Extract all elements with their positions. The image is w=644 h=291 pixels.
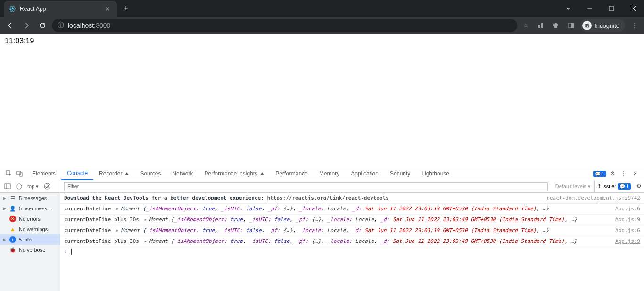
tab-title: React App: [20, 6, 103, 12]
issues-button[interactable]: 1 Issue: 💬1: [594, 180, 634, 192]
url-host: localhost: [68, 22, 94, 29]
filter-input[interactable]: [64, 182, 548, 191]
sidebar-info[interactable]: ▶i5 info: [0, 234, 60, 245]
more-icon[interactable]: ⋮: [619, 168, 629, 179]
window-controls: [557, 0, 644, 17]
console-source-link[interactable]: react-dom.development.js:29742: [543, 194, 640, 202]
console-sidebar: ▶☰5 messages ▶👤5 user mess… ✕No errors ▲…: [0, 193, 60, 291]
reload-button[interactable]: [36, 19, 49, 32]
prompt-cursor: [71, 249, 72, 255]
url-input[interactable]: ⓘ localhost:3000: [52, 19, 517, 32]
tab-application[interactable]: Application: [345, 167, 384, 180]
expand-icon[interactable]: ▸: [116, 227, 119, 233]
close-button[interactable]: [622, 0, 644, 17]
svg-rect-9: [541, 23, 543, 28]
levels-selector[interactable]: Default levels ▾: [552, 183, 594, 190]
caret-down-icon[interactable]: [557, 0, 579, 17]
console-output: Download the React DevTools for a better…: [60, 193, 644, 291]
console-banner-row: Download the React DevTools for a better…: [60, 193, 644, 204]
svg-rect-8: [538, 25, 540, 28]
console-issues-badge[interactable]: 💬1: [593, 171, 606, 177]
expand-icon[interactable]: ▸: [116, 206, 119, 212]
sidebar-messages[interactable]: ▶☰5 messages: [0, 193, 60, 203]
url-port: :3000: [94, 22, 110, 29]
tab-lighthouse[interactable]: Lighthouse: [416, 167, 455, 180]
sidebar-warnings[interactable]: ▲No warnings: [0, 224, 60, 234]
tab-recorder[interactable]: Recorder: [93, 167, 134, 180]
console-log-row: currentDateTime plus 30s ▸Moment {_isAMo…: [60, 215, 644, 225]
console-settings-icon[interactable]: ⚙: [634, 181, 644, 191]
svg-point-23: [47, 186, 48, 187]
page-time-text: 11:03:19: [5, 37, 34, 45]
console-source-link[interactable]: App.js:9: [611, 216, 640, 224]
tab-security[interactable]: Security: [384, 167, 416, 180]
settings-icon[interactable]: ⚙: [607, 168, 618, 179]
tab-sources[interactable]: Sources: [134, 167, 166, 180]
extension-icon-1[interactable]: [535, 20, 546, 31]
console-log-row: currentDateTime ▸Moment {_isAMomentObjec…: [60, 225, 644, 236]
expand-icon[interactable]: ▸: [144, 238, 148, 244]
expand-icon[interactable]: ▸: [144, 216, 148, 223]
tab-close-icon[interactable]: ✕: [103, 5, 112, 13]
tab-network[interactable]: Network: [166, 167, 198, 180]
tab-memory[interactable]: Memory: [314, 167, 345, 180]
svg-point-0: [12, 8, 13, 10]
incognito-label: Incognito: [594, 22, 619, 29]
side-panel-icon[interactable]: [565, 20, 577, 31]
bookmark-icon[interactable]: ☆: [520, 20, 531, 31]
device-toggle-icon[interactable]: [15, 169, 24, 178]
incognito-badge[interactable]: Incognito: [580, 19, 625, 32]
console-source-link[interactable]: App.js:6: [611, 227, 640, 234]
console-toolbar: top ▾ Default levels ▾ 1 Issue: 💬1 ⚙: [0, 180, 644, 193]
svg-point-13: [587, 25, 589, 27]
svg-line-20: [17, 185, 21, 188]
minimize-button[interactable]: [579, 0, 601, 17]
tab-strip: React App ✕ +: [0, 0, 644, 17]
devtools-panel: Elements Console Recorder Sources Networ…: [0, 167, 644, 291]
extensions-icon[interactable]: [550, 20, 561, 31]
react-favicon-icon: [8, 5, 16, 13]
inspect-element-icon[interactable]: [5, 169, 13, 178]
new-tab-button[interactable]: +: [124, 4, 129, 14]
live-expression-icon[interactable]: [42, 182, 52, 191]
maximize-button[interactable]: [601, 0, 622, 17]
back-button[interactable]: [4, 19, 17, 32]
tab-performance-insights[interactable]: Performance insights: [198, 167, 270, 180]
sidebar-verbose[interactable]: 🐞No verbose: [0, 245, 60, 255]
svg-rect-11: [571, 23, 574, 28]
incognito-icon: [582, 21, 592, 30]
devtools-close-icon[interactable]: ✕: [630, 168, 640, 179]
console-source-link[interactable]: App.js:9: [611, 238, 640, 245]
console-source-link[interactable]: App.js:6: [611, 205, 640, 213]
sidebar-errors[interactable]: ✕No errors: [0, 214, 60, 224]
devtools-tabbar: Elements Console Recorder Sources Networ…: [0, 167, 644, 180]
forward-button[interactable]: [20, 19, 33, 32]
sidebar-toggle-icon[interactable]: [3, 182, 12, 191]
browser-tab[interactable]: React App ✕: [4, 1, 117, 17]
context-selector[interactable]: top ▾: [25, 183, 41, 190]
tab-performance[interactable]: Performance: [270, 167, 314, 180]
kebab-menu-icon[interactable]: ⋮: [629, 20, 640, 31]
svg-rect-5: [609, 6, 614, 11]
react-devtools-link[interactable]: https://reactjs.org/link/react-devtools: [267, 195, 388, 201]
clear-console-icon[interactable]: [14, 182, 24, 191]
tab-elements[interactable]: Elements: [26, 167, 61, 180]
console-log-row: currentDateTime plus 30s ▸Moment {_isAMo…: [60, 236, 644, 247]
sidebar-user-messages[interactable]: ▶👤5 user mess…: [0, 203, 60, 214]
site-info-icon[interactable]: ⓘ: [58, 21, 64, 30]
console-prompt[interactable]: ›: [60, 247, 644, 256]
page-viewport: 11:03:19: [0, 34, 644, 167]
address-bar: ⓘ localhost:3000 ☆ Incognito ⋮: [0, 17, 644, 34]
prompt-icon: ›: [64, 249, 67, 255]
console-log-row: currentDateTime ▸Moment {_isAMomentObjec…: [60, 204, 644, 215]
tab-console[interactable]: Console: [61, 167, 93, 180]
